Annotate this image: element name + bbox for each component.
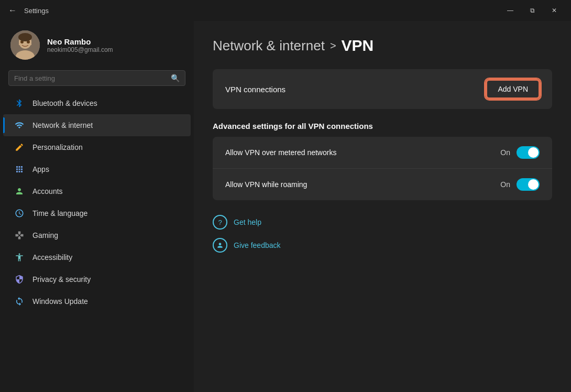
user-email: neokim005@gmail.com bbox=[47, 46, 113, 53]
sidebar-item-gaming[interactable]: Gaming bbox=[3, 224, 191, 246]
add-vpn-button[interactable]: Add VPN bbox=[486, 80, 540, 99]
minimize-button[interactable]: — bbox=[500, 3, 521, 18]
search-icon: 🔍 bbox=[171, 74, 180, 82]
sidebar-label-bluetooth: Bluetooth & devices bbox=[32, 99, 97, 107]
titlebar: ← Settings — ⧉ ✕ bbox=[0, 0, 571, 21]
app-title: Settings bbox=[24, 7, 49, 15]
search-input[interactable] bbox=[14, 74, 167, 82]
setting-value-roaming: On bbox=[500, 180, 510, 189]
network-icon bbox=[14, 119, 25, 131]
setting-right-metered: On bbox=[500, 146, 540, 159]
user-profile[interactable]: Neo Rambo neokim005@gmail.com bbox=[0, 21, 194, 68]
toggle-roaming[interactable] bbox=[517, 178, 540, 191]
setting-right-roaming: On bbox=[500, 178, 540, 191]
breadcrumb-current: VPN bbox=[342, 37, 374, 55]
sidebar-label-apps: Apps bbox=[32, 165, 49, 173]
update-icon bbox=[14, 296, 25, 307]
sidebar-label-gaming: Gaming bbox=[32, 231, 58, 239]
toggle-thumb-roaming bbox=[528, 179, 539, 190]
search-container[interactable]: 🔍 bbox=[8, 70, 185, 86]
sidebar: Neo Rambo neokim005@gmail.com 🔍 Bluetoot… bbox=[0, 21, 194, 392]
accounts-icon bbox=[14, 186, 25, 197]
user-info: Neo Rambo neokim005@gmail.com bbox=[47, 37, 113, 53]
nav-list: Bluetooth & devices Network & internet P… bbox=[0, 92, 194, 312]
breadcrumb-separator: > bbox=[330, 40, 336, 52]
accessibility-icon bbox=[14, 252, 25, 263]
personalization-icon bbox=[14, 141, 25, 153]
sidebar-label-network: Network & internet bbox=[32, 121, 93, 129]
sidebar-label-accessibility: Accessibility bbox=[32, 253, 72, 262]
sidebar-label-accounts: Accounts bbox=[32, 187, 63, 195]
sidebar-label-privacy: Privacy & security bbox=[32, 275, 91, 284]
sidebar-item-time[interactable]: Time & language bbox=[3, 202, 191, 224]
svg-point-6 bbox=[18, 33, 32, 41]
setting-row-metered: Allow VPN over metered networks On bbox=[213, 137, 552, 169]
vpn-connections-label: VPN connections bbox=[225, 85, 285, 94]
give-feedback-link[interactable]: Give feedback bbox=[213, 238, 552, 253]
user-name: Neo Rambo bbox=[47, 37, 113, 46]
sidebar-item-network[interactable]: Network & internet bbox=[3, 114, 191, 136]
sidebar-item-personalization[interactable]: Personalization bbox=[3, 136, 191, 158]
avatar bbox=[10, 30, 40, 60]
sidebar-item-accounts[interactable]: Accounts bbox=[3, 180, 191, 202]
window-controls: — ⧉ ✕ bbox=[500, 3, 565, 18]
apps-icon bbox=[14, 164, 25, 175]
advanced-settings-title: Advanced settings for all VPN connection… bbox=[213, 122, 552, 130]
give-feedback-icon bbox=[213, 238, 227, 253]
get-help-link[interactable]: ? Get help bbox=[213, 215, 552, 230]
sidebar-label-time: Time & language bbox=[32, 209, 87, 217]
sidebar-label-personalization: Personalization bbox=[32, 143, 83, 151]
vpn-connections-card: VPN connections Add VPN bbox=[213, 69, 552, 109]
help-section: ? Get help Give feedback bbox=[213, 215, 552, 253]
sidebar-item-accessibility[interactable]: Accessibility bbox=[3, 246, 191, 268]
privacy-icon bbox=[14, 274, 25, 285]
breadcrumb-parent: Network & internet bbox=[213, 38, 325, 54]
setting-label-roaming: Allow VPN while roaming bbox=[225, 180, 307, 189]
breadcrumb: Network & internet > VPN bbox=[213, 37, 552, 55]
gaming-icon bbox=[14, 230, 25, 241]
back-button[interactable]: ← bbox=[6, 4, 19, 17]
sidebar-item-privacy[interactable]: Privacy & security bbox=[3, 268, 191, 290]
give-feedback-label: Give feedback bbox=[234, 241, 281, 249]
sidebar-label-update: Windows Update bbox=[32, 297, 88, 306]
titlebar-left: ← Settings bbox=[6, 4, 49, 17]
toggle-thumb-metered bbox=[528, 147, 539, 158]
content-area: Network & internet > VPN VPN connections… bbox=[194, 21, 571, 392]
sidebar-item-update[interactable]: Windows Update bbox=[3, 290, 191, 312]
toggle-metered[interactable] bbox=[517, 146, 540, 159]
setting-row-roaming: Allow VPN while roaming On bbox=[213, 169, 552, 200]
sidebar-item-apps[interactable]: Apps bbox=[3, 158, 191, 180]
close-button[interactable]: ✕ bbox=[544, 3, 565, 18]
restore-button[interactable]: ⧉ bbox=[522, 3, 543, 18]
settings-group: Allow VPN over metered networks On Allow… bbox=[213, 137, 552, 200]
get-help-label: Get help bbox=[234, 218, 261, 226]
main-layout: Neo Rambo neokim005@gmail.com 🔍 Bluetoot… bbox=[0, 21, 571, 392]
get-help-icon: ? bbox=[213, 215, 227, 230]
bluetooth-icon bbox=[14, 97, 25, 109]
time-icon bbox=[14, 208, 25, 219]
sidebar-item-bluetooth[interactable]: Bluetooth & devices bbox=[3, 92, 191, 114]
setting-value-metered: On bbox=[500, 148, 510, 157]
setting-label-metered: Allow VPN over metered networks bbox=[225, 148, 336, 157]
